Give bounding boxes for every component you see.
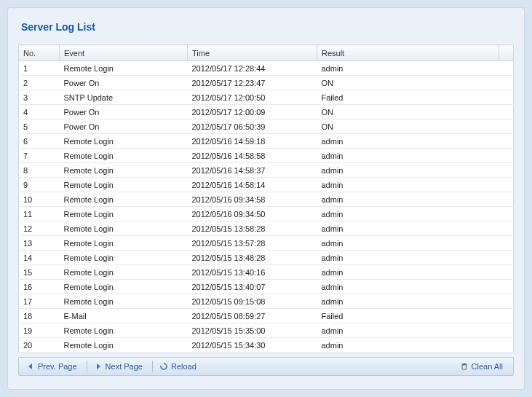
cell-extra xyxy=(499,294,514,309)
table-row[interactable]: 10Remote Login2012/05/16 09:34:58admin xyxy=(19,192,514,207)
cell-time: 2012/05/15 08:59:27 xyxy=(188,309,317,323)
cell-event: Remote Login xyxy=(60,134,188,149)
cell-time: 2012/05/15 15:34:30 xyxy=(188,338,317,353)
cell-extra xyxy=(499,207,514,221)
cell-result: admin xyxy=(317,178,499,192)
cell-event: Power On xyxy=(60,76,188,90)
cell-extra xyxy=(499,236,514,251)
cell-no: 16 xyxy=(19,280,60,294)
cell-result: ON xyxy=(317,119,499,134)
cell-time: 2012/05/16 14:58:58 xyxy=(188,149,317,163)
cell-no: 10 xyxy=(19,192,60,207)
cell-event: Remote Login xyxy=(60,178,188,192)
next-page-button[interactable]: Next Page xyxy=(90,361,147,372)
table-row[interactable]: 17Remote Login2012/05/15 09:15:08admin xyxy=(19,294,514,309)
cell-result: admin xyxy=(317,294,499,309)
cell-result: admin xyxy=(317,236,499,251)
table-row[interactable]: 9Remote Login2012/05/16 14:58:14admin xyxy=(19,178,514,192)
cell-extra xyxy=(499,76,514,90)
cell-event: SNTP Update xyxy=(60,90,188,105)
cell-time: 2012/05/17 12:28:44 xyxy=(188,61,317,76)
cell-time: 2012/05/16 09:34:58 xyxy=(188,192,317,207)
cell-result: admin xyxy=(317,251,499,265)
cell-result: Failed xyxy=(317,90,499,105)
table-row[interactable]: 13Remote Login2012/05/15 13:57:28admin xyxy=(19,236,514,251)
svg-rect-1 xyxy=(461,364,467,366)
cell-extra xyxy=(499,280,514,294)
cell-time: 2012/05/15 13:58:28 xyxy=(188,221,317,236)
cell-time: 2012/05/17 12:23:47 xyxy=(188,76,317,90)
table-row[interactable]: 15Remote Login2012/05/15 13:40:16admin xyxy=(19,265,514,280)
cell-event: Power On xyxy=(60,105,188,119)
cell-extra xyxy=(499,338,514,353)
cell-result: ON xyxy=(317,105,499,119)
svg-rect-0 xyxy=(462,365,467,369)
page-title: Server Log List xyxy=(18,21,514,33)
cell-event: Remote Login xyxy=(60,265,188,280)
cell-event: Remote Login xyxy=(60,294,188,309)
reload-icon xyxy=(159,362,168,371)
toolbar-separator xyxy=(87,361,87,372)
cell-event: Remote Login xyxy=(60,149,188,163)
table-row[interactable]: 4Power On2012/05/17 12:00:09ON xyxy=(19,105,514,119)
table-row[interactable]: 14Remote Login2012/05/15 13:48:28admin xyxy=(19,251,514,265)
cell-no: 5 xyxy=(19,119,60,134)
cell-time: 2012/05/16 14:58:14 xyxy=(188,178,317,192)
cell-event: Remote Login xyxy=(60,251,188,265)
cell-no: 20 xyxy=(19,338,60,353)
cell-extra xyxy=(499,119,514,134)
cell-no: 12 xyxy=(19,221,60,236)
cell-extra xyxy=(499,178,514,192)
cell-no: 2 xyxy=(19,76,60,90)
cell-extra xyxy=(499,192,514,207)
cell-no: 4 xyxy=(19,105,60,119)
toolbar-separator xyxy=(152,361,153,372)
cell-time: 2012/05/16 14:59:18 xyxy=(188,134,317,149)
reload-button[interactable]: Reload xyxy=(155,361,201,372)
table-row[interactable]: 12Remote Login2012/05/15 13:58:28admin xyxy=(19,221,514,236)
cell-event: Remote Login xyxy=(60,338,188,353)
table-row[interactable]: 6Remote Login2012/05/16 14:59:18admin xyxy=(19,134,514,149)
cell-event: E-Mail xyxy=(60,309,188,323)
cell-time: 2012/05/17 12:00:09 xyxy=(188,105,317,119)
table-row[interactable]: 7Remote Login2012/05/16 14:58:58admin xyxy=(19,149,514,163)
table-row[interactable]: 19Remote Login2012/05/15 15:35:00admin xyxy=(19,323,514,338)
table-row[interactable]: 3SNTP Update2012/05/17 12:00:50Failed xyxy=(19,90,514,105)
cell-extra xyxy=(499,323,514,338)
cell-extra xyxy=(499,134,514,149)
col-header-event[interactable]: Event xyxy=(60,45,188,61)
cell-time: 2012/05/15 15:35:00 xyxy=(188,323,317,338)
col-header-result[interactable]: Result xyxy=(317,45,499,61)
cell-extra xyxy=(499,221,514,236)
cell-extra xyxy=(499,265,514,280)
table-row[interactable]: 5Power On2012/05/17 06:50:39ON xyxy=(19,119,514,134)
cell-result: admin xyxy=(317,61,499,76)
table-header-row: No. Event Time Result xyxy=(19,45,514,61)
cell-extra xyxy=(499,61,514,76)
clean-all-button[interactable]: Clean All xyxy=(456,361,507,372)
cell-event: Remote Login xyxy=(60,280,188,294)
cell-no: 19 xyxy=(19,323,60,338)
cell-result: Failed xyxy=(317,309,499,323)
cell-extra xyxy=(499,149,514,163)
next-page-label: Next Page xyxy=(106,362,143,371)
cell-no: 18 xyxy=(19,309,60,323)
table-row[interactable]: 11Remote Login2012/05/16 09:34:50admin xyxy=(19,207,514,221)
cell-result: admin xyxy=(317,221,499,236)
col-header-no[interactable]: No. xyxy=(19,45,60,61)
cell-extra xyxy=(499,251,514,265)
arrow-right-icon xyxy=(94,362,103,371)
prev-page-button[interactable]: Prev. Page xyxy=(22,361,82,372)
table-row[interactable]: 16Remote Login2012/05/15 13:40:07admin xyxy=(19,280,514,294)
col-header-time[interactable]: Time xyxy=(188,45,317,61)
table-row[interactable]: 18E-Mail2012/05/15 08:59:27Failed xyxy=(19,309,514,323)
cell-time: 2012/05/16 09:34:50 xyxy=(188,207,317,221)
table-row[interactable]: 8Remote Login2012/05/16 14:58:37admin xyxy=(19,163,514,178)
table-row[interactable]: 2Power On2012/05/17 12:23:47ON xyxy=(19,76,514,90)
cell-no: 1 xyxy=(19,61,60,76)
table-row[interactable]: 20Remote Login2012/05/15 15:34:30admin xyxy=(19,338,514,353)
table-row[interactable]: 1Remote Login2012/05/17 12:28:44admin xyxy=(19,61,514,76)
trash-icon xyxy=(460,362,469,371)
prev-page-label: Prev. Page xyxy=(38,362,77,371)
cell-no: 7 xyxy=(19,149,60,163)
